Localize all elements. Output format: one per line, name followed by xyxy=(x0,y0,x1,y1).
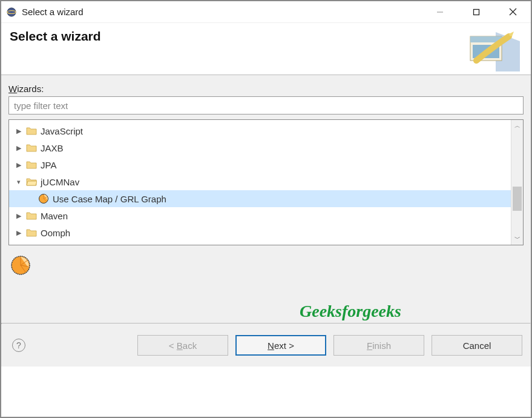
selection-preview xyxy=(8,251,524,279)
tree-item-label: Use Case Map / GRL Graph xyxy=(53,194,166,204)
svg-marker-10 xyxy=(509,32,514,36)
wizards-label: Wizards: xyxy=(8,84,524,94)
scroll-up-icon[interactable]: ︿ xyxy=(511,120,523,132)
page-title: Select a wizard xyxy=(10,29,101,44)
tree-item-maven[interactable]: ▶ Maven xyxy=(9,207,511,224)
folder-open-icon xyxy=(26,177,37,186)
folder-icon xyxy=(26,127,37,135)
chevron-right-icon[interactable]: ▶ xyxy=(14,229,24,237)
orange-icon xyxy=(10,254,31,276)
back-button[interactable]: < Back xyxy=(137,335,228,356)
tree-item-jucmnav[interactable]: ▾ jUCMNav xyxy=(9,173,511,190)
filter-input[interactable] xyxy=(8,96,524,114)
tree-item-label: JavaScript xyxy=(41,126,83,136)
close-button[interactable] xyxy=(494,1,531,23)
tree-item-javascript[interactable]: ▶ JavaScript xyxy=(9,122,511,139)
chevron-right-icon[interactable]: ▶ xyxy=(14,161,24,169)
svg-point-0 xyxy=(7,8,16,16)
tree-item-label: JPA xyxy=(41,160,56,170)
tree-item-label: jUCMNav xyxy=(41,177,79,187)
next-button[interactable]: Next > xyxy=(235,335,326,356)
tree-item-jaxb[interactable]: ▶ JAXB xyxy=(9,139,511,156)
tree-item-use-case-map[interactable]: Use Case Map / GRL Graph xyxy=(9,190,511,207)
button-bar: ? < Back Next > Finish Cancel xyxy=(1,324,531,367)
folder-icon xyxy=(26,211,37,220)
chevron-right-icon[interactable]: ▶ xyxy=(14,144,24,152)
tree-item-label: JAXB xyxy=(41,143,64,153)
folder-icon xyxy=(26,228,37,237)
tree-item-label: Oomph xyxy=(41,228,70,238)
content-area: Wizards: ▶ JavaScript ▶ JAXB ▶ xyxy=(1,75,531,323)
tree-item-oomph[interactable]: ▶ Oomph xyxy=(9,224,511,241)
scrollbar-thumb[interactable] xyxy=(513,187,522,211)
chevron-right-icon[interactable]: ▶ xyxy=(14,212,24,220)
folder-icon xyxy=(26,161,37,169)
finish-button[interactable]: Finish xyxy=(333,335,424,356)
folder-icon xyxy=(26,144,37,152)
tree-body[interactable]: ▶ JavaScript ▶ JAXB ▶ JPA xyxy=(9,120,511,245)
tree-item-jpa[interactable]: ▶ JPA xyxy=(9,156,511,173)
wizard-tree: ▶ JavaScript ▶ JAXB ▶ JPA xyxy=(8,119,524,245)
wizard-banner-icon xyxy=(465,29,520,71)
dialog-banner: Select a wizard xyxy=(1,23,531,75)
chevron-down-icon[interactable]: ▾ xyxy=(14,178,24,186)
maximize-button[interactable] xyxy=(458,1,494,23)
watermark-text: Geeksforgeeks xyxy=(300,302,401,321)
cancel-button[interactable]: Cancel xyxy=(432,335,522,356)
minimize-button[interactable] xyxy=(422,1,458,23)
help-icon[interactable]: ? xyxy=(12,339,25,352)
orange-icon xyxy=(38,193,49,204)
svg-rect-3 xyxy=(474,9,479,15)
tree-item-label: Maven xyxy=(41,211,68,221)
chevron-right-icon[interactable]: ▶ xyxy=(14,127,24,135)
eclipse-icon xyxy=(6,7,17,18)
scroll-down-icon[interactable]: ﹀ xyxy=(511,233,523,245)
window-title: Select a wizard xyxy=(22,7,84,17)
tree-scrollbar[interactable]: ︿ ﹀ xyxy=(511,120,523,245)
titlebar: Select a wizard xyxy=(1,1,531,23)
